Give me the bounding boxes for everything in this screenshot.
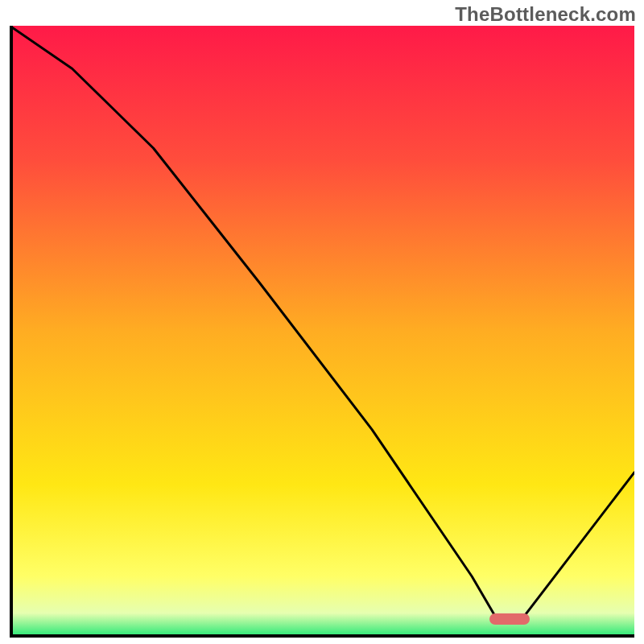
bottleneck-curve [10, 26, 634, 638]
x-axis [10, 634, 634, 638]
optimal-marker [489, 613, 530, 625]
plot-area [10, 26, 634, 638]
watermark-label: TheBottleneck.com [455, 3, 636, 26]
y-axis [10, 26, 13, 638]
chart-container: TheBottleneck.com [0, 0, 644, 644]
